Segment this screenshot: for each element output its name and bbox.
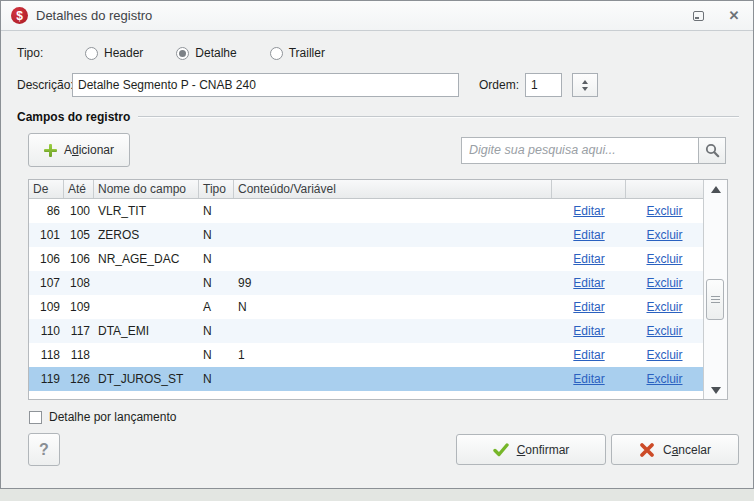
ordem-label: Ordem:	[479, 78, 519, 92]
window-title: Detalhes do registro	[36, 8, 152, 23]
group-title: Campos do registro	[17, 110, 130, 124]
search-input[interactable]	[461, 137, 699, 164]
descricao-label: Descrição:	[17, 78, 72, 92]
table-header-row: De Até Nome do campo Tipo Conteúdo/Variá…	[29, 180, 703, 199]
close-icon: ✕	[729, 8, 740, 23]
column-header-de[interactable]: De	[29, 180, 64, 198]
close-window-button[interactable]: ✕	[723, 6, 745, 26]
column-header-nome[interactable]: Nome do campo	[94, 180, 199, 198]
edit-link[interactable]: Editar	[573, 252, 604, 266]
tipo-radio-trailler[interactable]: Trailler	[270, 46, 325, 60]
record-details-dialog: $ Detalhes do registro ✕ Tipo: Header De…	[0, 0, 754, 489]
descricao-input[interactable]	[72, 73, 459, 97]
app-dollar-icon: $	[11, 7, 28, 24]
edit-link[interactable]: Editar	[573, 276, 604, 290]
spinner-down-icon[interactable]	[582, 87, 588, 91]
edit-link[interactable]: Editar	[573, 228, 604, 242]
delete-link[interactable]: Excluir	[646, 348, 682, 362]
radio-icon	[85, 47, 98, 60]
group-divider	[138, 116, 739, 118]
search-button[interactable]	[699, 137, 726, 164]
table-scrollbar[interactable]	[703, 180, 727, 399]
edit-link[interactable]: Editar	[573, 204, 604, 218]
table-row[interactable]: 109 109 A N Editar Excluir	[29, 295, 703, 319]
delete-link[interactable]: Excluir	[646, 300, 682, 314]
scroll-up-icon	[711, 186, 721, 193]
search-icon	[705, 143, 720, 158]
table-row[interactable]: 110 117 DTA_EMI N Editar Excluir	[29, 319, 703, 343]
scrollbar-thumb[interactable]	[706, 279, 724, 320]
table-row[interactable]: 118 118 N 1 Editar Excluir	[29, 343, 703, 367]
add-button[interactable]: Adicionar	[28, 133, 130, 167]
edit-link[interactable]: Editar	[573, 300, 604, 314]
delete-link[interactable]: Excluir	[646, 372, 682, 386]
column-header-excluir[interactable]	[626, 180, 703, 198]
table-row[interactable]: 119 126 DT_JUROS_ST N Editar Excluir	[29, 367, 703, 391]
tipo-radio-group: Header Detalhe Trailler	[85, 46, 358, 60]
detalhe-por-lancamento-checkbox[interactable]	[29, 411, 42, 424]
ordem-spinner[interactable]	[572, 73, 598, 97]
fields-table: De Até Nome do campo Tipo Conteúdo/Variá…	[28, 179, 728, 400]
confirm-button[interactable]: Confirmar	[456, 434, 606, 465]
delete-link[interactable]: Excluir	[646, 228, 682, 242]
table-row[interactable]: 107 108 N 99 Editar Excluir	[29, 271, 703, 295]
title-bar: $ Detalhes do registro ✕	[1, 1, 753, 31]
scroll-down-icon	[711, 387, 721, 394]
edit-link[interactable]: Editar	[573, 324, 604, 338]
delete-link[interactable]: Excluir	[646, 324, 682, 338]
spinner-up-icon[interactable]	[582, 80, 588, 84]
delete-link[interactable]: Excluir	[646, 204, 682, 218]
tipo-radio-header[interactable]: Header	[85, 46, 143, 60]
tipo-label: Tipo:	[17, 46, 85, 60]
column-header-ate[interactable]: Até	[64, 180, 94, 198]
ordem-input[interactable]	[525, 73, 562, 97]
help-button[interactable]: ?	[28, 433, 60, 466]
check-icon	[493, 442, 509, 458]
restore-icon	[693, 11, 704, 21]
column-header-conteudo[interactable]: Conteúdo/Variável	[234, 180, 552, 198]
restore-window-button[interactable]	[687, 6, 709, 26]
edit-link[interactable]: Editar	[573, 348, 604, 362]
column-header-tipo[interactable]: Tipo	[199, 180, 234, 198]
tipo-radio-detalhe[interactable]: Detalhe	[176, 46, 236, 60]
delete-link[interactable]: Excluir	[646, 276, 682, 290]
edit-link[interactable]: Editar	[573, 372, 604, 386]
cancel-button[interactable]: Cancelar	[611, 434, 739, 465]
scroll-up-button[interactable]	[704, 180, 727, 198]
radio-icon	[176, 47, 189, 60]
x-icon	[639, 442, 655, 458]
table-row[interactable]: 106 106 NR_AGE_DAC N Editar Excluir	[29, 247, 703, 271]
table-row[interactable]: 86 100 VLR_TIT N Editar Excluir	[29, 199, 703, 223]
table-row[interactable]: 101 105 ZEROS N Editar Excluir	[29, 223, 703, 247]
column-header-editar[interactable]	[552, 180, 626, 198]
checkbox-label: Detalhe por lançamento	[49, 410, 176, 424]
scroll-down-button[interactable]	[704, 381, 727, 399]
delete-link[interactable]: Excluir	[646, 252, 682, 266]
plus-icon	[44, 144, 57, 157]
radio-icon	[270, 47, 283, 60]
